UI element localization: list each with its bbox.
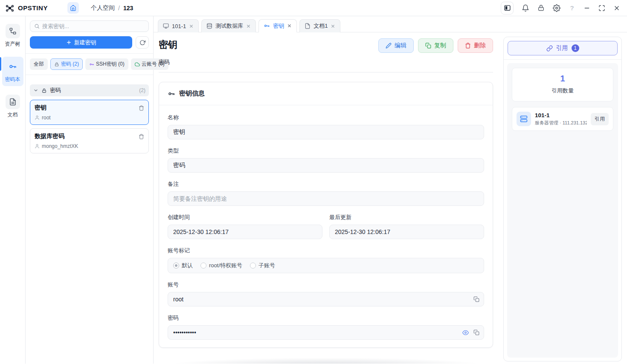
filter-ssh-keys[interactable]: SSH密钥 (0) bbox=[85, 58, 128, 70]
app-name: OPSTINY bbox=[18, 4, 48, 12]
name-field[interactable] bbox=[168, 125, 484, 139]
radio-label: root/特权账号 bbox=[209, 262, 242, 269]
delete-label: 删除 bbox=[474, 42, 486, 49]
radio-icon bbox=[200, 263, 206, 269]
tab-101-1[interactable]: 101-1 bbox=[158, 19, 199, 32]
user-icon bbox=[35, 144, 40, 149]
rail-item-documents[interactable]: 文档 bbox=[2, 92, 23, 121]
reference-list: 1 引用数量 101-1 服务器管理 · 111.231.132.3:22 引用 bbox=[507, 63, 618, 358]
copy-icon[interactable] bbox=[473, 329, 479, 335]
reference-subtitle: 服务器管理 · 111.231.132.3:22 bbox=[535, 120, 587, 126]
help-icon[interactable]: ? bbox=[569, 4, 575, 12]
rail-item-asset-tree[interactable]: 资产树 bbox=[2, 21, 23, 51]
window-maximize-icon[interactable] bbox=[598, 5, 605, 12]
list-item-key[interactable]: 密钥 root bbox=[30, 100, 149, 125]
divider bbox=[26, 75, 153, 75]
card-title: 密钥信息 bbox=[179, 90, 205, 98]
created-field[interactable] bbox=[168, 225, 322, 239]
reference-panel: 引用 1 1 引用数量 101-1 服务 bbox=[503, 37, 622, 361]
tab-key[interactable]: 密钥 bbox=[258, 19, 297, 32]
key-icon bbox=[264, 23, 270, 29]
breadcrumb: 个人空间 / 123 bbox=[91, 4, 133, 12]
references-button[interactable]: 引用 1 bbox=[508, 41, 618, 55]
reference-count-value: 1 bbox=[517, 74, 609, 84]
breadcrumb-space[interactable]: 个人空间 bbox=[91, 4, 115, 12]
key-type-subtitle: 密码 bbox=[159, 58, 493, 66]
divider bbox=[26, 53, 153, 54]
rail-item-password-book[interactable]: 密码本 bbox=[2, 57, 23, 86]
database-icon bbox=[206, 23, 212, 29]
password-label: 密码 bbox=[168, 314, 484, 322]
eye-icon[interactable] bbox=[462, 329, 469, 336]
references-count-badge: 1 bbox=[572, 44, 579, 52]
close-icon[interactable] bbox=[287, 23, 292, 28]
name-label: 名称 bbox=[168, 114, 484, 121]
password-field[interactable] bbox=[168, 325, 484, 340]
close-icon[interactable] bbox=[189, 24, 194, 29]
document-icon bbox=[6, 95, 20, 109]
tab-document1[interactable]: 文档1 bbox=[299, 19, 340, 32]
radio-default[interactable]: 默认 bbox=[173, 262, 193, 269]
filter-passwords[interactable]: 密码 (2) bbox=[50, 58, 83, 70]
type-field[interactable] bbox=[168, 158, 484, 173]
plus-icon bbox=[66, 40, 72, 45]
password-group-header[interactable]: 密码 (2) bbox=[30, 84, 149, 96]
key-icon bbox=[89, 62, 94, 67]
new-key-button[interactable]: 新建密钥 bbox=[30, 36, 132, 49]
type-filters: 全部 密码 (2) SSH密钥 (0) 云账号 (0) bbox=[30, 58, 149, 70]
tab-bar: 101-1 测试数据库 密钥 bbox=[154, 16, 627, 32]
reference-action-button[interactable]: 引用 bbox=[591, 113, 609, 125]
trash-icon[interactable] bbox=[139, 134, 144, 139]
account-tag-label: 账号标记 bbox=[168, 247, 484, 254]
panel-toggle-button[interactable] bbox=[501, 2, 514, 14]
window-close-icon[interactable] bbox=[613, 5, 620, 12]
panel-left-icon bbox=[504, 4, 511, 12]
key-icon bbox=[168, 90, 175, 98]
radio-checked-icon bbox=[173, 263, 179, 269]
lock-icon[interactable] bbox=[537, 4, 545, 12]
rail-label: 文档 bbox=[8, 111, 18, 118]
search-input[interactable] bbox=[42, 23, 145, 29]
edit-label: 编辑 bbox=[395, 42, 406, 49]
item-subtitle: mongo_hmztXK bbox=[42, 143, 78, 149]
home-icon bbox=[70, 5, 76, 11]
item-title: 密钥 bbox=[35, 104, 46, 112]
cloud-icon bbox=[135, 62, 140, 67]
home-button[interactable] bbox=[67, 2, 79, 14]
settings-gear-icon[interactable] bbox=[553, 4, 560, 12]
titlebar-controls: ? bbox=[501, 2, 620, 14]
lock-icon bbox=[41, 88, 47, 93]
radio-subaccount[interactable]: 子账号 bbox=[250, 262, 275, 269]
filter-all[interactable]: 全部 bbox=[30, 58, 48, 70]
user-icon bbox=[35, 115, 40, 120]
group-label: 密码 bbox=[50, 87, 61, 94]
delete-button[interactable]: 删除 bbox=[458, 38, 493, 53]
edit-button[interactable]: 编辑 bbox=[378, 38, 414, 53]
link-icon bbox=[546, 45, 553, 52]
reference-item-101-1[interactable]: 101-1 服务器管理 · 111.231.132.3:22 引用 bbox=[512, 107, 613, 131]
type-label: 类型 bbox=[168, 147, 484, 155]
radio-label: 默认 bbox=[182, 262, 193, 269]
list-item-database-password[interactable]: 数据库密码 mongo_hmztXK bbox=[30, 128, 149, 153]
main-area: 101-1 测试数据库 密钥 bbox=[154, 16, 627, 364]
radio-root-privileged[interactable]: root/特权账号 bbox=[200, 262, 242, 269]
account-field[interactable] bbox=[168, 292, 484, 306]
window-minimize-icon[interactable] bbox=[583, 5, 590, 12]
search-box bbox=[30, 20, 149, 32]
updated-field[interactable] bbox=[329, 225, 484, 239]
copy-button[interactable]: 复制 bbox=[418, 38, 453, 53]
item-subtitle: root bbox=[42, 115, 51, 121]
tab-test-database[interactable]: 测试数据库 bbox=[201, 19, 256, 32]
notifications-bell-icon[interactable] bbox=[522, 4, 529, 12]
trash-icon[interactable] bbox=[139, 105, 144, 111]
rail-label: 资产树 bbox=[5, 40, 20, 48]
trash-icon bbox=[465, 43, 471, 49]
refresh-button[interactable] bbox=[136, 36, 149, 49]
reference-title: 101-1 bbox=[535, 112, 587, 118]
left-rail: 资产树 密码本 文档 bbox=[0, 16, 26, 364]
close-icon[interactable] bbox=[331, 24, 335, 29]
tab-label: 文档1 bbox=[314, 22, 328, 30]
copy-icon[interactable] bbox=[473, 296, 479, 302]
note-field[interactable] bbox=[168, 191, 484, 206]
close-icon[interactable] bbox=[246, 24, 251, 29]
